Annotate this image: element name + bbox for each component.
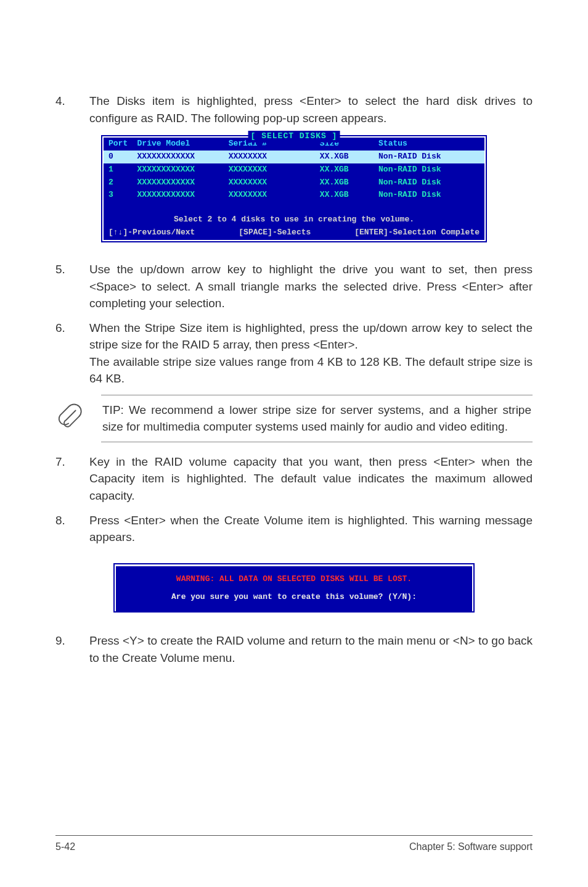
- step-text: When the Stripe Size item is highlighted…: [89, 320, 533, 387]
- cell-port: 1: [104, 163, 133, 176]
- step-text: Press <Enter> when the Create Volume ite…: [89, 512, 533, 546]
- key-prevnext: [↑↓]-Previous/Next: [108, 227, 195, 239]
- step-4: 4. The Disks item is highlighted, press …: [55, 93, 533, 126]
- step-number: 5.: [55, 261, 71, 312]
- cell-serial: XXXXXXXX: [224, 151, 315, 163]
- warning-line-1: WARNING: ALL DATA ON SELECTED DISKS WILL…: [120, 574, 468, 585]
- cell-status: Non-RAID Disk: [374, 176, 484, 189]
- step-number: 7.: [55, 453, 71, 505]
- cell-status: Non-RAID Disk: [374, 189, 484, 202]
- cell-model: XXXXXXXXXXXX: [133, 189, 224, 202]
- cell-model: XXXXXXXXXXXX: [133, 176, 224, 189]
- dialog-title: [ SELECT DISKS ]: [248, 131, 340, 142]
- table-row[interactable]: 2 XXXXXXXXXXXX XXXXXXXX XX.XGB Non-RAID …: [104, 176, 484, 189]
- warning-prompt[interactable]: Are you sure you want to create this vol…: [120, 592, 468, 603]
- table-row[interactable]: 3 XXXXXXXXXXXX XXXXXXXX XX.XGB Non-RAID …: [104, 189, 484, 202]
- cell-size: XX.XGB: [315, 189, 374, 202]
- table-row[interactable]: 1 XXXXXXXXXXXX XXXXXXXX XX.XGB Non-RAID …: [104, 163, 484, 176]
- chapter-label: Chapter 5: Software support: [409, 840, 533, 854]
- cell-serial: XXXXXXXX: [224, 176, 315, 189]
- dialog-footer: [↑↓]-Previous/Next [SPACE]-Selects [ENTE…: [104, 227, 484, 240]
- cell-port: 3: [104, 189, 133, 202]
- cell-port: 2: [104, 176, 133, 189]
- page-number: 5-42: [55, 840, 75, 854]
- warning-dialog: WARNING: ALL DATA ON SELECTED DISKS WILL…: [112, 562, 476, 614]
- step-5: 5. Use the up/down arrow key to highligh…: [55, 261, 533, 312]
- step-number: 4.: [55, 93, 71, 126]
- step-6: 6. When the Stripe Size item is highligh…: [55, 320, 533, 387]
- selection-hint: Select 2 to 4 disks to use in creating t…: [104, 210, 484, 227]
- tip-callout: TIP: We recommend a lower stripe size fo…: [55, 395, 533, 442]
- cell-model: XXXXXXXXXXXX: [133, 151, 224, 163]
- cell-size: XX.XGB: [315, 176, 374, 189]
- tip-text: TIP: We recommend a lower stripe size fo…: [101, 395, 533, 442]
- key-select: [SPACE]-Selects: [239, 227, 311, 239]
- step-text: Key in the RAID volume capacity that you…: [89, 453, 533, 505]
- step-8: 8. Press <Enter> when the Create Volume …: [55, 512, 533, 546]
- step-text: The Disks item is highlighted, press <En…: [89, 93, 533, 126]
- step-9: 9. Press <Y> to create the RAID volume a…: [55, 632, 533, 666]
- disks-table: Port Drive Model Serial # Size Status 0 …: [104, 138, 484, 202]
- table-row[interactable]: 0 XXXXXXXXXXXX XXXXXXXX XX.XGB Non-RAID …: [104, 151, 484, 163]
- cell-status: Non-RAID Disk: [374, 163, 484, 176]
- paperclip-icon: [55, 403, 84, 432]
- cell-size: XX.XGB: [315, 163, 374, 176]
- cell-size: XX.XGB: [315, 151, 374, 163]
- cell-port: 0: [104, 151, 133, 163]
- hdr-port: Port: [104, 138, 133, 151]
- step-number: 8.: [55, 512, 71, 546]
- cell-status: Non-RAID Disk: [374, 151, 484, 163]
- step-number: 9.: [55, 632, 71, 666]
- key-complete: [ENTER]-Selection Complete: [354, 227, 480, 239]
- hdr-status: Status: [374, 138, 484, 151]
- hdr-model: Drive Model: [133, 138, 224, 151]
- cell-serial: XXXXXXXX: [224, 163, 315, 176]
- step-7: 7. Key in the RAID volume capacity that …: [55, 453, 533, 505]
- step-text: Use the up/down arrow key to highlight t…: [89, 261, 533, 312]
- step-number: 6.: [55, 320, 71, 387]
- step-text: Press <Y> to create the RAID volume and …: [89, 632, 533, 666]
- select-disks-dialog: [ SELECT DISKS ] Port Drive Model Serial…: [100, 134, 488, 244]
- cell-model: XXXXXXXXXXXX: [133, 163, 224, 176]
- cell-serial: XXXXXXXX: [224, 189, 315, 202]
- page-footer: 5-42 Chapter 5: Software support: [55, 835, 533, 854]
